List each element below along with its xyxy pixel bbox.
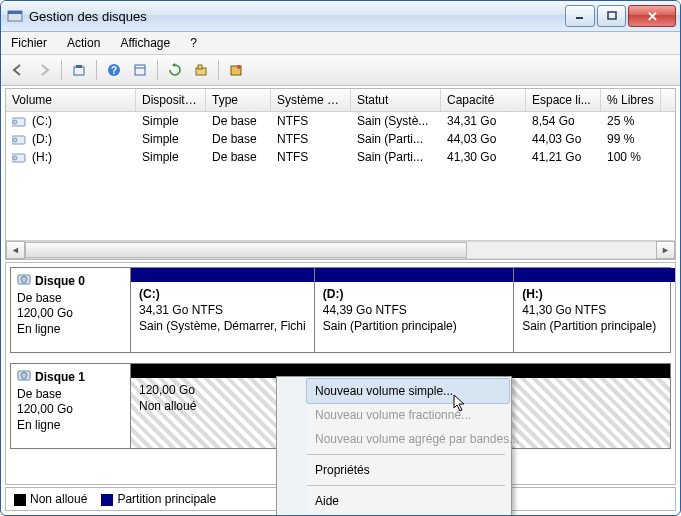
disk-row: Disque 0De base120,00 GoEn ligne(C:)34,3… [10, 267, 671, 353]
hscrollbar[interactable]: ◄ ► [6, 240, 675, 259]
volume-list: Volume Disposition Type Système de ... S… [5, 88, 676, 260]
legend-unallocated: Non alloué [14, 492, 87, 506]
partition-size: 44,39 Go NTFS [323, 303, 407, 317]
volume-icon [12, 115, 26, 127]
col-freespace[interactable]: Espace li... [526, 89, 601, 111]
volume-icon [12, 133, 26, 145]
volume-name: (H:) [32, 150, 52, 164]
rescan-button[interactable] [190, 59, 212, 81]
partition-size: 34,31 Go NTFS [139, 303, 223, 317]
cell-status: Sain (Parti... [351, 146, 441, 168]
svg-point-23 [21, 373, 27, 379]
disk-size: 120,00 Go [17, 306, 124, 322]
col-status[interactable]: Statut [351, 89, 441, 111]
disk-status: En ligne [17, 418, 124, 434]
disk-name: Disque 0 [35, 274, 85, 290]
menu-file[interactable]: Fichier [7, 34, 51, 52]
ctx-help[interactable]: Aide [307, 489, 509, 513]
titlebar: Gestion des disques ✕ [1, 1, 680, 32]
cell-fs: NTFS [271, 146, 351, 168]
legend-unallocated-label: Non alloué [30, 492, 87, 506]
svg-point-21 [21, 277, 27, 283]
partition-area: (C:)34,31 Go NTFSSain (Système, Démarrer… [131, 268, 670, 352]
svg-rect-4 [74, 67, 84, 75]
cell-free: 41,21 Go [526, 146, 601, 168]
back-button[interactable] [7, 59, 29, 81]
maximize-button[interactable] [597, 5, 626, 27]
scroll-thumb[interactable] [25, 242, 467, 258]
partition-header-bar [131, 268, 314, 282]
menu-action[interactable]: Action [63, 34, 104, 52]
col-type[interactable]: Type [206, 89, 271, 111]
app-icon [7, 8, 23, 24]
refresh-button[interactable] [164, 59, 186, 81]
partition-status: Non alloué [139, 399, 196, 413]
partition-status: Sain (Partition principale) [522, 319, 656, 333]
svg-rect-5 [76, 65, 82, 68]
col-volume[interactable]: Volume [6, 89, 136, 111]
scroll-track[interactable] [25, 241, 656, 259]
svg-point-13 [237, 65, 241, 69]
window-title: Gestion des disques [29, 9, 563, 24]
col-disposition[interactable]: Disposition [136, 89, 206, 111]
ctx-properties[interactable]: Propriétés [307, 458, 509, 482]
svg-point-15 [13, 120, 17, 124]
disk-icon [17, 368, 31, 387]
disk-label[interactable]: Disque 1De base120,00 GoEn ligne [11, 364, 131, 448]
partition-title: (D:) [323, 287, 344, 301]
volume-name: (D:) [32, 132, 52, 146]
menubar: Fichier Action Affichage ? [1, 32, 680, 55]
ctx-separator [307, 485, 505, 486]
scroll-left-icon[interactable]: ◄ [6, 241, 25, 259]
svg-point-19 [13, 156, 17, 160]
menu-help[interactable]: ? [186, 34, 201, 52]
cell-capacity: 41,30 Go [441, 146, 526, 168]
partition-header-bar [514, 268, 676, 282]
col-filesystem[interactable]: Système de ... [271, 89, 351, 111]
context-menu: Nouveau volume simple... Nouveau volume … [276, 376, 512, 516]
ctx-separator [307, 454, 505, 455]
properties-button[interactable] [129, 59, 151, 81]
settings-button[interactable] [225, 59, 247, 81]
partition[interactable]: (C:)34,31 Go NTFSSain (Système, Démarrer… [131, 268, 314, 352]
disk-type: De base [17, 291, 124, 307]
cell-pct: 100 % [601, 146, 661, 168]
partition[interactable]: (H:)41,30 Go NTFSSain (Partition princip… [513, 268, 676, 352]
ctx-new-simple-volume[interactable]: Nouveau volume simple... [306, 378, 510, 404]
legend-primary-label: Partition principale [117, 492, 216, 506]
ctx-new-striped-volume: Nouveau volume agrégé par bandes... [307, 427, 509, 451]
minimize-button[interactable] [565, 5, 595, 27]
partition-status: Sain (Système, Démarrer, Fichi [139, 319, 306, 333]
volume-row[interactable]: (H:)SimpleDe baseNTFSSain (Parti...41,30… [6, 148, 675, 166]
partition[interactable]: (D:)44,39 Go NTFSSain (Partition princip… [314, 268, 513, 352]
toolbar-separator [157, 60, 158, 80]
partition-title: (C:) [139, 287, 160, 301]
forward-button[interactable] [33, 59, 55, 81]
window-buttons: ✕ [563, 5, 676, 27]
disk-label[interactable]: Disque 0De base120,00 GoEn ligne [11, 268, 131, 352]
help-button[interactable]: ? [103, 59, 125, 81]
disk-status: En ligne [17, 322, 124, 338]
menu-view[interactable]: Affichage [116, 34, 174, 52]
svg-rect-11 [198, 65, 202, 69]
toolbar-separator [96, 60, 97, 80]
toolbar: ? [1, 55, 680, 86]
cell-disposition: Simple [136, 146, 206, 168]
volume-icon [12, 151, 26, 163]
partition-status: Sain (Partition principale) [323, 319, 457, 333]
scroll-right-icon[interactable]: ► [656, 241, 675, 259]
disk-type: De base [17, 387, 124, 403]
disk-size: 120,00 Go [17, 402, 124, 418]
svg-text:?: ? [111, 65, 117, 76]
partition-size: 41,30 Go NTFS [522, 303, 606, 317]
volume-name: (C:) [32, 114, 52, 128]
close-button[interactable]: ✕ [628, 5, 676, 27]
up-button[interactable] [68, 59, 90, 81]
legend-primary: Partition principale [101, 492, 216, 506]
ctx-new-spanned-volume: Nouveau volume fractionné... [307, 403, 509, 427]
svg-rect-3 [608, 12, 616, 19]
col-pctfree[interactable]: % Libres [601, 89, 661, 111]
col-capacity[interactable]: Capacité [441, 89, 526, 111]
volume-list-header: Volume Disposition Type Système de ... S… [6, 89, 675, 112]
partition-header-bar [315, 268, 513, 282]
